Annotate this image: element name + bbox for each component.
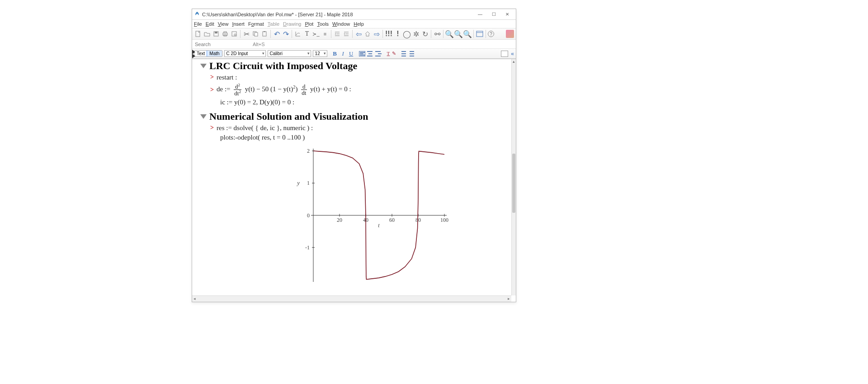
italic-button[interactable]: I <box>340 50 346 57</box>
svg-rect-10 <box>263 32 266 36</box>
format-toolbar: Text Math C 2D Input Calibri 12 B I U T … <box>192 49 516 59</box>
toggle-panel-button[interactable] <box>501 51 508 57</box>
print-preview-icon[interactable] <box>230 30 238 38</box>
help-icon[interactable]: ? <box>488 31 494 37</box>
palette-toggle-icon[interactable] <box>192 54 195 58</box>
horizontal-scrollbar[interactable]: ◂ ▸ <box>192 295 511 302</box>
maximize-button[interactable]: ☐ <box>487 9 500 19</box>
cut-icon[interactable]: ✂ <box>242 30 250 38</box>
bullet-list-icon[interactable] <box>401 51 408 56</box>
insert-math-icon[interactable]: ≻_ <box>312 30 320 38</box>
scroll-right-icon[interactable]: ▸ <box>508 296 510 301</box>
menu-window[interactable]: Window <box>332 21 350 27</box>
menu-view[interactable]: View <box>218 21 229 27</box>
style-select[interactable]: C 2D Input <box>224 50 266 57</box>
align-center-icon[interactable] <box>367 51 373 56</box>
restart-icon[interactable]: ↻ <box>421 30 429 38</box>
svg-text:100: 100 <box>440 216 448 223</box>
worksheet[interactable]: LRC Circuit with Imposed Voltage > resta… <box>196 59 511 295</box>
menu-plot[interactable]: Plot <box>305 21 313 27</box>
close-button[interactable]: ✕ <box>500 9 514 19</box>
code-line[interactable]: de := d2dt2 y(t) − 50 (1 − y(t)2) ddt y(… <box>217 83 351 97</box>
font-color-icon[interactable]: T <box>387 51 390 56</box>
menu-help[interactable]: Help <box>354 21 364 27</box>
search-bar: Alt+S <box>192 40 516 49</box>
collapse-toolbar-icon[interactable]: « <box>511 51 514 57</box>
svg-text:80: 80 <box>415 216 421 223</box>
font-size-select[interactable]: 12 <box>313 50 327 57</box>
indent-icon[interactable] <box>333 30 341 38</box>
code-line[interactable]: res := dsolve( { de, ic }, numeric ) : <box>217 124 313 132</box>
highlight-icon[interactable]: ✎ <box>392 51 396 56</box>
search-input[interactable] <box>194 41 235 47</box>
menu-format[interactable]: Format <box>248 21 264 27</box>
svg-text:2: 2 <box>307 148 310 154</box>
code-line[interactable]: plots:-odeplot( res, t = 0 ..100 ) <box>220 134 509 141</box>
redo-icon[interactable]: ↷ <box>282 30 290 38</box>
align-right-icon[interactable] <box>375 51 382 56</box>
home-icon[interactable] <box>363 30 372 38</box>
menu-bar: File Edit View Insert Format Table Drawi… <box>192 20 516 28</box>
minimize-button[interactable]: — <box>473 9 487 19</box>
section-toggle-icon[interactable] <box>200 114 207 119</box>
paste-icon[interactable] <box>260 30 269 38</box>
app-window: C:\Users\skhan\Desktop\Van der Pol.mw* -… <box>192 9 516 302</box>
menu-insert[interactable]: Insert <box>232 21 245 27</box>
undo-icon[interactable]: ↶ <box>273 30 281 38</box>
svg-text:20: 20 <box>337 216 342 223</box>
bold-button[interactable]: B <box>332 50 338 57</box>
svg-rect-2 <box>215 32 217 33</box>
execute-one-icon[interactable]: ! <box>394 30 402 38</box>
document-area: LRC Circuit with Imposed Voltage > resta… <box>192 59 516 302</box>
svg-text:y: y <box>296 179 300 186</box>
open-file-icon[interactable] <box>203 30 211 38</box>
svg-text:1: 1 <box>307 180 310 186</box>
underline-button[interactable]: U <box>348 50 354 57</box>
link-icon[interactable]: ⚯ <box>433 30 441 38</box>
menu-tools[interactable]: Tools <box>317 21 329 27</box>
number-list-icon[interactable] <box>410 51 416 56</box>
new-file-icon[interactable] <box>194 30 202 38</box>
copy-icon[interactable] <box>251 30 259 38</box>
svg-text:60: 60 <box>389 216 395 223</box>
user-avatar[interactable] <box>506 30 514 38</box>
mode-text[interactable]: Text <box>194 51 207 56</box>
toggle-view-icon[interactable] <box>476 30 484 38</box>
debug-icon[interactable]: ✲ <box>412 30 420 38</box>
font-family-select[interactable]: Calibri <box>268 50 311 57</box>
section-toggle-icon[interactable] <box>200 64 207 68</box>
forward-icon[interactable]: ⇨ <box>373 30 381 38</box>
svg-rect-4 <box>224 32 226 33</box>
mode-math[interactable]: Math <box>207 50 222 57</box>
scroll-thumb[interactable] <box>512 154 515 213</box>
insert-text-icon[interactable]: T <box>303 30 311 38</box>
input-mode-toggle[interactable]: Text Math <box>194 50 222 57</box>
scroll-up-icon[interactable]: ▴ <box>512 59 516 65</box>
insert-exec-icon[interactable]: ≡ <box>321 30 329 38</box>
insert-plot-icon[interactable] <box>294 30 302 38</box>
execute-icon[interactable]: !!! <box>385 30 393 38</box>
scroll-left-icon[interactable]: ◂ <box>193 296 196 301</box>
menu-table[interactable]: Table <box>268 21 279 27</box>
outdent-icon[interactable] <box>342 30 350 38</box>
zoom-default-icon[interactable]: 🔍 <box>463 30 472 38</box>
titlebar: C:\Users\skhan\Desktop\Van der Pol.mw* -… <box>192 9 516 20</box>
menu-edit[interactable]: Edit <box>206 21 214 27</box>
code-line[interactable]: restart : <box>217 74 237 81</box>
main-toolbar: ✂ ↶ ↷ T ≻_ ≡ ⇦ ⇨ !!! ! ◯ ✲ ↻ ⚯ <box>192 28 516 40</box>
zoom-out-icon[interactable]: 🔍 <box>454 30 462 38</box>
zoom-in-icon[interactable]: 🔍 <box>445 30 453 38</box>
back-icon[interactable]: ⇦ <box>354 30 363 38</box>
svg-text:0: 0 <box>307 212 310 218</box>
print-icon[interactable] <box>221 30 229 38</box>
search-shortcut: Alt+S <box>253 42 265 47</box>
code-line[interactable]: ic := y(0) = 2, D(y)(0) = 0 : <box>220 98 509 106</box>
save-icon[interactable] <box>212 30 220 38</box>
align-left-icon[interactable] <box>359 51 365 56</box>
app-icon <box>194 11 200 18</box>
prompt-icon: > <box>210 86 214 94</box>
vertical-scrollbar[interactable]: ▴ <box>511 59 516 295</box>
menu-drawing[interactable]: Drawing <box>283 21 301 27</box>
stop-icon[interactable]: ◯ <box>403 30 411 38</box>
menu-file[interactable]: File <box>194 21 202 27</box>
